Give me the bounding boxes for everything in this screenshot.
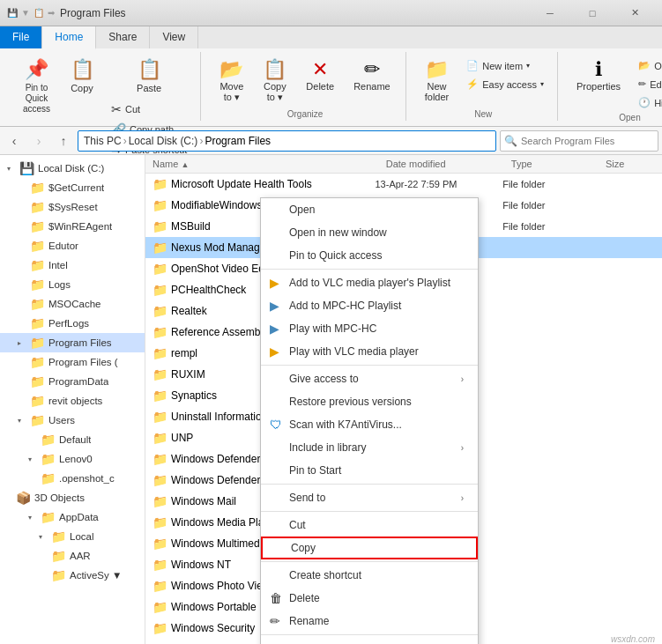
nav-programfiles[interactable]: ▸ 📁 Program Files <box>0 333 145 352</box>
back-button[interactable]: ‹ <box>4 130 25 152</box>
path-thispc[interactable]: This PC <box>84 135 122 147</box>
col-type-header[interactable]: Type <box>504 157 599 171</box>
cut-button[interactable]: ✂ Cut <box>105 100 193 119</box>
history-button[interactable]: 🕐 History <box>632 94 662 111</box>
folder-icon: 📁 <box>30 297 45 311</box>
ctx-rename[interactable]: ✏ Rename <box>261 610 478 633</box>
ctx-vlc-add[interactable]: ▶ Add to VLC media player's Playlist <box>261 271 478 294</box>
maximize-button[interactable]: □ <box>572 0 613 26</box>
path-localdisk[interactable]: Local Disk (C:) <box>129 135 198 147</box>
nav-openshot[interactable]: 📁 .openshot_c <box>0 469 145 488</box>
address-path[interactable]: This PC › Local Disk (C:) › Program File… <box>78 130 496 152</box>
open-button[interactable]: 📂 Open ▾ <box>632 57 662 74</box>
new-folder-button[interactable]: 📁 Newfolder <box>417 54 457 107</box>
ctx-cut[interactable]: Cut <box>261 514 478 537</box>
nav-winreagent[interactable]: 📁 $WinREAgent <box>0 217 145 236</box>
rename-button[interactable]: ✏ Rename <box>346 54 398 96</box>
ctx-sep-3 <box>261 484 478 485</box>
ctx-send-to-arrow: › <box>461 493 464 503</box>
nav-sysreset[interactable]: 📁 $SysReset <box>0 197 145 217</box>
nav-aar[interactable]: 📁 AAR <box>0 546 145 566</box>
nav-revit[interactable]: 📁 revit objects <box>0 391 145 411</box>
tab-home[interactable]: Home <box>42 26 96 49</box>
paste-button[interactable]: 📋 Paste <box>129 54 169 98</box>
tab-view[interactable]: View <box>150 26 198 48</box>
folder-icon: 📁 <box>152 515 167 529</box>
folder-icon: 📁 <box>152 558 167 572</box>
drive-icon: 💾 <box>19 161 34 175</box>
nav-programdata-label: ProgramData <box>48 376 108 387</box>
up-button[interactable]: ↑ <box>53 130 74 152</box>
edit-button[interactable]: ✏ Edit <box>632 76 662 93</box>
ctx-create-shortcut[interactable]: Create shortcut <box>261 564 478 587</box>
ctx-open-new[interactable]: Open in new window <box>261 221 478 244</box>
ctx-properties[interactable]: Properties <box>261 637 478 644</box>
folder-icon: 📁 <box>152 367 167 381</box>
ctx-copy[interactable]: Copy <box>261 537 478 559</box>
nav-3dobjects[interactable]: 📦 3D Objects <box>0 488 145 507</box>
path-sep-1: › <box>123 135 127 147</box>
nav-intel[interactable]: 📁 Intel <box>0 255 145 275</box>
nav-appdata[interactable]: ▾ 📁 AppData <box>0 507 145 527</box>
ctx-include-lib-arrow: › <box>461 443 464 453</box>
move-label: Moveto ▾ <box>219 81 243 103</box>
ctx-vlc-play[interactable]: ▶ Play with VLC media player <box>261 340 478 363</box>
folder-icon: 📁 <box>51 549 66 563</box>
minimize-button[interactable]: ─ <box>530 0 570 26</box>
col-size-header[interactable]: Size <box>599 157 662 171</box>
title-bar: 💾 ▼ 📋 ➡ Program Files ─ □ ✕ <box>0 0 662 26</box>
tab-file[interactable]: File <box>0 26 42 48</box>
ctx-pin[interactable]: Pin to Quick access <box>261 244 478 267</box>
file-item-msuht[interactable]: 📁 Microsoft Update Health Tools 13-Apr-2… <box>145 174 662 195</box>
copy-button[interactable]: 📋 Copy <box>63 54 101 98</box>
close-button[interactable]: ✕ <box>614 0 655 26</box>
pin-quick-access-button[interactable]: 📌 Pin to Quickaccess <box>14 54 59 119</box>
new-folder-icon: 📁 <box>425 58 449 81</box>
open-label: Open <box>619 111 640 122</box>
nav-activesy-label: ActiveSy ▼ <box>70 570 122 581</box>
search-input[interactable] <box>521 136 654 146</box>
ctx-pin-start[interactable]: Pin to Start <box>261 459 478 482</box>
forward-button[interactable]: › <box>28 130 49 152</box>
nav-default[interactable]: 📁 Default <box>0 430 145 449</box>
delete-button[interactable]: ✕ Delete <box>298 54 342 96</box>
ctx-give-access[interactable]: Give access to › <box>261 367 478 390</box>
nav-lenovo[interactable]: ▾ 📁 Lenov0 <box>0 449 145 469</box>
nav-local[interactable]: ▾ 📁 Local <box>0 527 145 546</box>
nav-activesy[interactable]: 📁 ActiveSy ▼ <box>0 566 145 585</box>
new-item-button[interactable]: 📄 New item ▾ <box>460 57 550 74</box>
nav-edutor[interactable]: 📁 Edutor <box>0 236 145 255</box>
window-controls: ─ □ ✕ <box>530 0 655 26</box>
folder-icon: 📁 <box>152 473 167 487</box>
easy-access-button[interactable]: ⚡ Easy access ▾ <box>460 76 550 93</box>
nav-default-label: Default <box>59 434 91 445</box>
col-name-header[interactable]: Name ▲ <box>145 157 379 171</box>
folder-icon: 📁 <box>30 278 45 292</box>
ctx-scan[interactable]: 🛡 Scan with K7AntiVirus... <box>261 413 478 436</box>
folder-icon: 📁 <box>152 452 167 466</box>
ctx-open[interactable]: Open <box>261 198 478 221</box>
scan-icon: 🛡 <box>270 418 282 432</box>
col-date-header[interactable]: Date modified <box>379 157 504 171</box>
ctx-mpc-play[interactable]: ▶ Play with MPC-HC <box>261 317 478 340</box>
move-to-button[interactable]: 📂 Moveto ▾ <box>212 54 251 107</box>
nav-logs[interactable]: 📁 Logs <box>0 275 145 294</box>
ctx-include-lib[interactable]: Include in library › <box>261 436 478 459</box>
nav-programfiles2[interactable]: 📁 Program Files ( <box>0 352 145 372</box>
ctx-send-to[interactable]: Send to › <box>261 486 478 509</box>
nav-users[interactable]: ▾ 📁 Users <box>0 411 145 430</box>
nav-local-disk[interactable]: ▾ 💾 Local Disk (C:) <box>0 159 145 178</box>
properties-button[interactable]: ℹ Properties <box>569 54 629 96</box>
copy-to-button[interactable]: 📋 Copyto ▾ <box>255 54 294 107</box>
nav-getcurrent[interactable]: 📁 $GetCurrent <box>0 178 145 197</box>
nav-perflogs[interactable]: 📁 PerfLogs <box>0 314 145 333</box>
path-programfiles[interactable]: Program Files <box>205 135 271 147</box>
nav-programdata[interactable]: 📁 ProgramData <box>0 372 145 391</box>
tab-share[interactable]: Share <box>96 26 150 48</box>
file-list-header: Name ▲ Date modified Type Size <box>145 155 662 174</box>
ctx-delete[interactable]: 🗑 Delete <box>261 587 478 610</box>
nav-msocache[interactable]: 📁 MSOCache <box>0 294 145 314</box>
ctx-restore[interactable]: Restore previous versions <box>261 390 478 413</box>
ctx-mpc-add[interactable]: ▶ Add to MPC-HC Playlist <box>261 294 478 317</box>
folder-icon: 📁 <box>30 219 45 233</box>
